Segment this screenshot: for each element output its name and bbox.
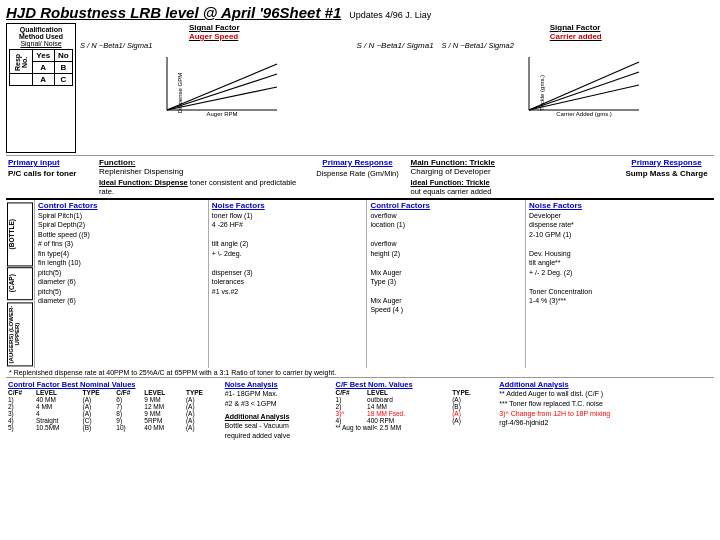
fb-item: toner flow (1) [212, 211, 364, 220]
function-row: Primary input P/C calls for toner Functi… [6, 155, 714, 196]
qual-method-box: Qualification Method Used Signal/ Noise … [6, 23, 76, 153]
fb-col4-header: Noise Factors [529, 201, 711, 210]
ideal-function-text: Ideal Function: Dispense toner consisten… [99, 178, 305, 196]
table-row: 1)outboard(A) [336, 396, 495, 403]
svg-line-10 [529, 62, 639, 110]
fb-item [212, 230, 364, 239]
th-type2: TYPE [186, 389, 220, 396]
fb-item: tolerances [212, 277, 364, 286]
table-header-row: C/F# LEVEL TYPE. [336, 389, 495, 396]
bottom-col4: Additional Analysis ** Added Auger to wa… [496, 380, 714, 441]
fb-item [529, 239, 711, 248]
bottom-col4-title: Additional Analysis [499, 380, 711, 389]
spacer [10, 74, 33, 86]
row2-no: C [54, 74, 72, 86]
header: HJD Robustness LRB level @ April '96Shee… [6, 4, 714, 21]
pc-calls-label: P/C calls for toner [8, 169, 94, 178]
fb-left-labels: (BOTTLE) (CAP) (AUGERS) (LOWER-UPPER) [6, 200, 34, 368]
primary-response-left: Primary Response [311, 158, 405, 167]
primary-response-right: Primary Response [622, 158, 711, 167]
fb-col1-control: Control Factors Spiral Pitch(1) Spiral D… [34, 200, 208, 368]
func-col2: Function: Replenisher Dispensing Ideal F… [96, 158, 308, 196]
fb-item: Spiral Pitch(1) [38, 211, 205, 220]
table-header-row: C/F# LEVEL TYPE C/F# LEVEL TYPE [8, 389, 220, 396]
th-level1: LEVEL [36, 389, 83, 396]
fb-item: Toner Concentration [529, 287, 711, 296]
fb-col1-items: Spiral Pitch(1) Spiral Depth(2) Bottle s… [38, 211, 205, 305]
sn-label-left: S / N ~Beta1/ Sigma1 [80, 41, 349, 50]
fb-item: location (1) [370, 220, 522, 229]
table-row: 2)4 MM(A)7)12 MM(A) [8, 403, 220, 410]
fb-item: dispense rate* [529, 220, 711, 229]
fb-item: Spiral Depth(2) [38, 220, 205, 229]
footnote1: * Replenished dispense rate at 40PPM to … [9, 369, 218, 376]
fb-item: pitch(5) [38, 287, 205, 296]
page: HJD Robustness LRB level @ April '96Shee… [0, 0, 720, 540]
fb-item: Bottle speed ((9) [38, 230, 205, 239]
fb-item: fin length (10) [38, 258, 205, 267]
fb-item: overflow [370, 211, 522, 220]
fb-item: Mix Auger [370, 296, 522, 305]
no-header: No [54, 50, 72, 62]
table-row: 1)40 MM(A)6)9 MM(A) [8, 396, 220, 403]
sn-center-label: S / N ~Beta1/ Sigma1 [353, 23, 438, 153]
bottom-table3: C/F# LEVEL TYPE. 1)outboard(A) 2)14 MM(B… [336, 389, 495, 431]
fb-item: Mix Auger [370, 268, 522, 277]
fb-item: pitch(5) [38, 268, 205, 277]
right-chart: Trickle (gms.) Carrier Added (gms.) [511, 52, 641, 117]
fb-item: height (2) [370, 249, 522, 258]
noise-item: #2 & #3 < 1GPM [225, 399, 331, 409]
svg-line-12 [529, 85, 639, 110]
bottom-section: Control Factor Best Nominal Values C/F# … [6, 377, 714, 441]
table-row: 3)^18 MM Fsed.(A) [336, 410, 495, 417]
main-function-text: Main Function: Trickle Charging of Devel… [411, 158, 617, 176]
updates-label: Updates 4/96 J. Liay [349, 10, 431, 20]
signal-factor-left-label: Signal Factor Auger Speed [189, 23, 240, 41]
svg-line-4 [167, 74, 277, 110]
fb-item: 1-4 % (3)*** [529, 296, 711, 305]
svg-line-3 [167, 64, 277, 110]
footnotes: * Replenished dispense rate at 40PPM to … [6, 368, 714, 377]
function-value: Replenisher Dispensing [99, 167, 184, 176]
fb-label-cap: (CAP) [7, 267, 33, 300]
sump-mass-label: Sump Mass & Charge [622, 169, 711, 178]
fb-item [370, 258, 522, 267]
analysis-item: rgf-4/96-hjdnid2 [499, 418, 711, 428]
fb-col4-noise: Noise Factors Developer dispense rate* 2… [525, 200, 714, 368]
table-row: 5)10.5MM(B)10)40 MM(A) [8, 424, 220, 431]
noise-item: Bottle seal - Vacuum [225, 421, 331, 431]
function-label: Function: [99, 158, 135, 167]
fb-item: tilt angle** [529, 258, 711, 267]
func-col5: Primary Response Sump Mass & Charge [619, 158, 714, 196]
main-func-value: Charging of Developer [411, 167, 491, 176]
dispense-rate-label: Dispense Rate (Gm/Min) [311, 169, 405, 178]
fb-item: Type (3) [370, 277, 522, 286]
bottom-col3: C/F Best Nom. Values C/F# LEVEL TYPE. 1)… [334, 380, 497, 441]
fb-item [370, 287, 522, 296]
fb-item: diameter (6) [38, 296, 205, 305]
fb-item: # of fins (3) [38, 239, 205, 248]
qual-method-subtitle: Signal/ Noise [9, 40, 73, 47]
bottom-table1: C/F# LEVEL TYPE C/F# LEVEL TYPE 1)40 MM(… [8, 389, 220, 431]
fb-item: overflow [370, 239, 522, 248]
ideal-func-right: Ideal Function: Trickle out equals carri… [411, 178, 617, 196]
th-cf: C/F# [336, 389, 368, 396]
table-row: 4)400 RPM(A) [336, 417, 495, 424]
th-cf2: C/F# [116, 389, 144, 396]
fb-item: Speed (4 ) [370, 305, 522, 314]
th-type1: TYPE [83, 389, 117, 396]
fb-item: fin type(4) [38, 249, 205, 258]
primary-input-label: Primary input [8, 158, 94, 167]
additional-analysis-items: ** Added Auger to wall dist. (C/F ) *** … [499, 389, 711, 428]
func-col1: Primary input P/C calls for toner [6, 158, 96, 196]
function-text: Function: Replenisher Dispensing [99, 158, 305, 176]
th-cf1: C/F# [8, 389, 36, 396]
fb-col2-items: toner flow (1) 4 -26 HF# tilt angle (2) … [212, 211, 364, 296]
fb-col2-header: Noise Factors [212, 201, 364, 210]
fishbone-section: (BOTTLE) (CAP) (AUGERS) (LOWER-UPPER) Co… [6, 198, 714, 368]
fb-col1-header: Control Factors [38, 201, 205, 210]
th-level: LEVEL [367, 389, 452, 396]
noise-item: required added valve [225, 431, 331, 441]
table-row: 3)4(A)8)9 MM(A) [8, 410, 220, 417]
fb-label-augers: (AUGERS) (LOWER-UPPER) [7, 302, 33, 366]
